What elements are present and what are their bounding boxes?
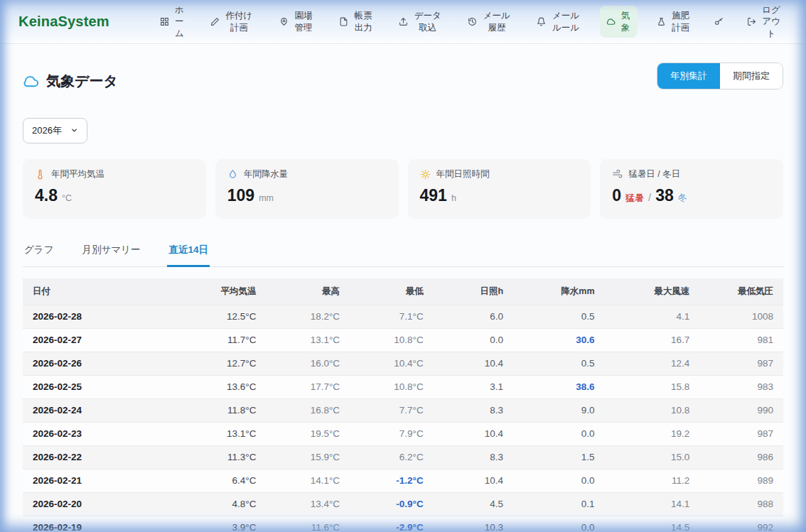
tab-last-14-days[interactable]: 直近14日 xyxy=(167,238,210,267)
min-pressure-cell: 989 xyxy=(699,469,783,492)
table-row: 2026-02-22 11.3°C 15.9°C 6.2°C 8.3 1.5 1… xyxy=(23,445,783,469)
min-temp-cell: 7.1°C xyxy=(350,305,434,328)
key-button[interactable] xyxy=(710,13,728,31)
col-min-temp: 最低 xyxy=(350,278,434,305)
cloud-icon xyxy=(606,17,616,26)
min-pressure-cell: 988 xyxy=(699,492,783,516)
card-label-text: 年間平均気温 xyxy=(51,168,104,180)
min-pressure-cell: 987 xyxy=(699,422,783,445)
col-date: 日付 xyxy=(23,278,175,305)
sunshine-cell: 6.0 xyxy=(434,305,513,328)
nav-item-label: 帳票出力 xyxy=(353,10,373,33)
min-temp-cell: -1.2°C xyxy=(350,469,434,492)
max-temp-cell: 19.5°C xyxy=(266,422,350,445)
nav-item-logout[interactable]: ログアウト xyxy=(741,0,788,43)
nav-item-planting-plan[interactable]: 作付け計画 xyxy=(204,6,260,38)
card-label: 猛暑日 / 冬日 xyxy=(612,168,771,180)
date-cell: 2026-02-19 xyxy=(23,516,175,532)
max-temp-cell: 16.8°C xyxy=(266,398,350,422)
card-sunshine: 年間日照時間 491 h xyxy=(408,159,591,219)
max-wind-cell: 15.8 xyxy=(605,375,700,398)
min-pressure-cell: 987 xyxy=(699,352,783,375)
main-nav: ホーム 作付け計画 園場管理 帳票出力 データ取込 xyxy=(154,0,788,43)
date-cell: 2026-02-28 xyxy=(23,305,175,328)
table-row: 2026-02-21 6.4°C 14.1°C -1.2°C 10.4 0.0 … xyxy=(23,469,783,492)
nav-item-mail-rules[interactable]: メールルール xyxy=(530,6,586,38)
min-pressure-cell: 990 xyxy=(699,398,783,422)
card-value-number: 491 xyxy=(420,186,447,205)
period-select-button[interactable]: 期間指定 xyxy=(720,63,783,89)
chevron-down-icon xyxy=(70,126,78,134)
table-row: 2026-02-23 13.1°C 19.5°C 7.9°C 10.4 0.0 … xyxy=(23,422,783,445)
card-label: 年間平均気温 xyxy=(35,168,194,180)
file-icon xyxy=(339,17,348,26)
stat-cards: 年間平均気温 4.8 °C 年間降水量 109 mm 年間日照時間 xyxy=(23,159,783,219)
year-select[interactable]: 2026年 xyxy=(23,118,87,143)
weather-table: 日付 平均気温 最高 最低 日照h 降水mm 最大風速 最低気圧 2026-02… xyxy=(23,278,783,532)
tab-monthly-summary[interactable]: 月別サマリー xyxy=(80,238,141,267)
card-label: 年間降水量 xyxy=(227,168,387,180)
sunshine-cell: 4.5 xyxy=(434,492,513,516)
card-value: 0 猛暑 / 38 冬 xyxy=(612,186,771,205)
nav-item-label: メール履歴 xyxy=(482,10,511,33)
avg-temp-cell: 13.6°C xyxy=(175,375,266,398)
min-temp-cell: 10.8°C xyxy=(350,328,434,352)
brand-logo[interactable]: KeinaSystem xyxy=(18,13,109,30)
table-header: 日付 平均気温 最高 最低 日照h 降水mm 最大風速 最低気圧 xyxy=(23,278,783,305)
table-row: 2026-02-20 4.8°C 13.4°C -0.9°C 4.5 0.1 1… xyxy=(23,492,783,516)
card-value-unit: h xyxy=(451,193,456,203)
min-temp-cell: 10.8°C xyxy=(350,375,434,398)
cloud-icon xyxy=(23,73,39,89)
card-precipitation: 年間降水量 109 mm xyxy=(215,159,399,219)
key-icon xyxy=(714,17,724,26)
avg-temp-cell: 13.1°C xyxy=(175,422,266,445)
date-cell: 2026-02-22 xyxy=(23,445,175,469)
nav-item-label: ホーム xyxy=(174,4,185,39)
max-temp-cell: 15.9°C xyxy=(266,445,350,469)
min-pressure-cell: 981 xyxy=(699,328,783,352)
precipitation-cell: 0.0 xyxy=(513,516,604,532)
max-wind-cell: 11.2 xyxy=(605,469,700,492)
nav-item-home[interactable]: ホーム xyxy=(154,0,191,43)
table-row: 2026-02-27 11.7°C 13.1°C 10.8°C 0.0 30.6… xyxy=(23,328,783,352)
nav-item-data-import[interactable]: データ取込 xyxy=(392,6,448,38)
avg-temp-cell: 11.7°C xyxy=(175,328,266,352)
nav-item-weather[interactable]: 気象 xyxy=(600,6,638,38)
max-temp-cell: 16.0°C xyxy=(266,352,350,375)
sunshine-cell: 10.4 xyxy=(434,422,513,445)
nav-item-fertilization-plan[interactable]: 施肥計画 xyxy=(650,6,697,38)
card-value: 109 mm xyxy=(227,186,387,205)
nav-item-label: データ取込 xyxy=(413,10,442,33)
weather-table-body: 2026-02-28 12.5°C 18.2°C 7.1°C 6.0 0.5 4… xyxy=(23,305,783,532)
avg-temp-cell: 4.8°C xyxy=(175,492,266,516)
card-value: 491 h xyxy=(420,186,579,205)
flask-icon xyxy=(657,17,666,26)
precipitation-cell: 30.6 xyxy=(513,328,604,352)
precipitation-cell: 0.5 xyxy=(513,352,604,375)
page-title-text: 気象データ xyxy=(46,72,118,91)
max-temp-cell: 14.1°C xyxy=(266,469,350,492)
precipitation-cell: 0.0 xyxy=(513,469,604,492)
card-label: 年間日照時間 xyxy=(420,168,579,180)
avg-temp-cell: 12.5°C xyxy=(175,305,266,328)
max-wind-cell: 14.1 xyxy=(605,492,700,516)
nav-item-mail-history[interactable]: メール履歴 xyxy=(461,6,517,38)
min-pressure-cell: 992 xyxy=(699,516,783,532)
tab-graph[interactable]: グラフ xyxy=(23,238,55,267)
max-temp-cell: 13.1°C xyxy=(266,328,350,352)
cold-days-value: 38 xyxy=(655,186,674,205)
history-icon xyxy=(468,17,477,26)
date-cell: 2026-02-26 xyxy=(23,352,175,375)
max-temp-cell: 11.6°C xyxy=(266,516,350,532)
table-row: 2026-02-19 3.9°C 11.6°C -2.9°C 10.3 0.0 … xyxy=(23,516,783,532)
sunshine-cell: 8.3 xyxy=(434,398,513,422)
nav-item-report-output[interactable]: 帳票出力 xyxy=(333,6,380,38)
card-value-number: 109 xyxy=(227,186,254,205)
min-temp-cell: 7.9°C xyxy=(350,422,434,445)
yearly-summary-button[interactable]: 年別集計 xyxy=(657,63,720,89)
nav-item-field-management[interactable]: 園場管理 xyxy=(273,6,320,38)
page-title: 気象データ xyxy=(23,72,118,91)
avg-temp-cell: 11.8°C xyxy=(175,398,266,422)
max-wind-cell: 4.1 xyxy=(605,305,700,328)
thermometer-icon xyxy=(35,169,45,180)
